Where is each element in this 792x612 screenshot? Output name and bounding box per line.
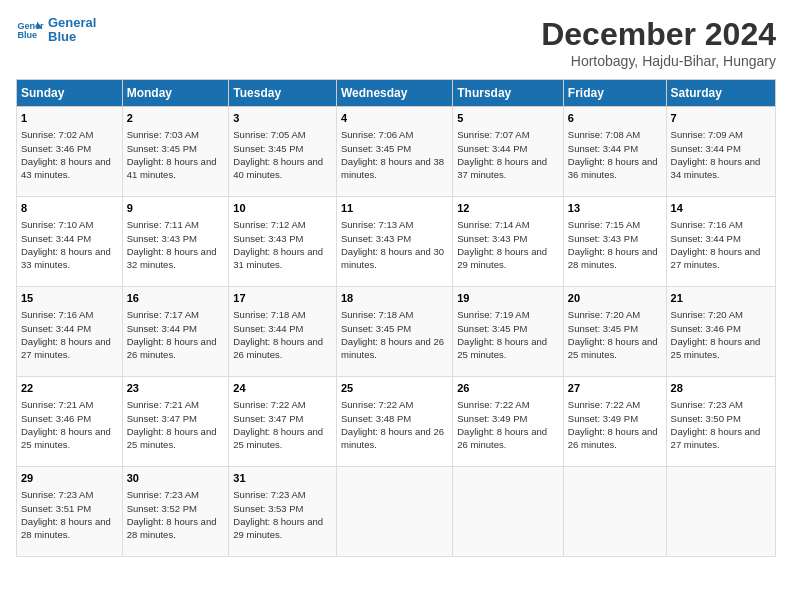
day-number: 25 <box>341 381 448 396</box>
day-info: Sunrise: 7:13 AM Sunset: 3:43 PM Dayligh… <box>341 218 448 271</box>
day-info: Sunrise: 7:21 AM Sunset: 3:47 PM Dayligh… <box>127 398 225 451</box>
day-info: Sunrise: 7:20 AM Sunset: 3:46 PM Dayligh… <box>671 308 771 361</box>
calendar-day-cell: 19 Sunrise: 7:19 AM Sunset: 3:45 PM Dayl… <box>453 287 564 377</box>
calendar-day-cell: 11 Sunrise: 7:13 AM Sunset: 3:43 PM Dayl… <box>337 197 453 287</box>
day-number: 12 <box>457 201 559 216</box>
day-number: 18 <box>341 291 448 306</box>
day-number: 17 <box>233 291 332 306</box>
weekday-header-cell: Friday <box>563 80 666 107</box>
calendar-body: 1 Sunrise: 7:02 AM Sunset: 3:46 PM Dayli… <box>17 107 776 557</box>
weekday-header-cell: Wednesday <box>337 80 453 107</box>
day-number: 31 <box>233 471 332 486</box>
calendar-day-cell: 7 Sunrise: 7:09 AM Sunset: 3:44 PM Dayli… <box>666 107 775 197</box>
day-info: Sunrise: 7:22 AM Sunset: 3:47 PM Dayligh… <box>233 398 332 451</box>
calendar-day-cell <box>337 467 453 557</box>
calendar-week-row: 15 Sunrise: 7:16 AM Sunset: 3:44 PM Dayl… <box>17 287 776 377</box>
day-number: 24 <box>233 381 332 396</box>
day-number: 5 <box>457 111 559 126</box>
calendar-day-cell: 3 Sunrise: 7:05 AM Sunset: 3:45 PM Dayli… <box>229 107 337 197</box>
day-number: 21 <box>671 291 771 306</box>
day-number: 4 <box>341 111 448 126</box>
month-title: December 2024 <box>541 16 776 53</box>
day-info: Sunrise: 7:07 AM Sunset: 3:44 PM Dayligh… <box>457 128 559 181</box>
logo-text-line1: General <box>48 16 96 30</box>
calendar-day-cell: 21 Sunrise: 7:20 AM Sunset: 3:46 PM Dayl… <box>666 287 775 377</box>
calendar-day-cell: 8 Sunrise: 7:10 AM Sunset: 3:44 PM Dayli… <box>17 197 123 287</box>
day-number: 22 <box>21 381 118 396</box>
day-number: 28 <box>671 381 771 396</box>
calendar-day-cell: 13 Sunrise: 7:15 AM Sunset: 3:43 PM Dayl… <box>563 197 666 287</box>
day-number: 29 <box>21 471 118 486</box>
calendar-day-cell: 16 Sunrise: 7:17 AM Sunset: 3:44 PM Dayl… <box>122 287 229 377</box>
weekday-header-cell: Sunday <box>17 80 123 107</box>
day-number: 30 <box>127 471 225 486</box>
day-info: Sunrise: 7:17 AM Sunset: 3:44 PM Dayligh… <box>127 308 225 361</box>
day-number: 10 <box>233 201 332 216</box>
day-number: 26 <box>457 381 559 396</box>
day-info: Sunrise: 7:09 AM Sunset: 3:44 PM Dayligh… <box>671 128 771 181</box>
day-info: Sunrise: 7:23 AM Sunset: 3:52 PM Dayligh… <box>127 488 225 541</box>
day-number: 8 <box>21 201 118 216</box>
day-info: Sunrise: 7:16 AM Sunset: 3:44 PM Dayligh… <box>21 308 118 361</box>
calendar-day-cell: 29 Sunrise: 7:23 AM Sunset: 3:51 PM Dayl… <box>17 467 123 557</box>
calendar-day-cell: 5 Sunrise: 7:07 AM Sunset: 3:44 PM Dayli… <box>453 107 564 197</box>
day-number: 23 <box>127 381 225 396</box>
day-number: 7 <box>671 111 771 126</box>
day-number: 3 <box>233 111 332 126</box>
calendar-week-row: 1 Sunrise: 7:02 AM Sunset: 3:46 PM Dayli… <box>17 107 776 197</box>
day-info: Sunrise: 7:23 AM Sunset: 3:53 PM Dayligh… <box>233 488 332 541</box>
day-info: Sunrise: 7:23 AM Sunset: 3:51 PM Dayligh… <box>21 488 118 541</box>
day-info: Sunrise: 7:06 AM Sunset: 3:45 PM Dayligh… <box>341 128 448 181</box>
location-title: Hortobagy, Hajdu-Bihar, Hungary <box>541 53 776 69</box>
calendar-day-cell: 6 Sunrise: 7:08 AM Sunset: 3:44 PM Dayli… <box>563 107 666 197</box>
calendar-day-cell: 2 Sunrise: 7:03 AM Sunset: 3:45 PM Dayli… <box>122 107 229 197</box>
day-info: Sunrise: 7:22 AM Sunset: 3:48 PM Dayligh… <box>341 398 448 451</box>
calendar-day-cell: 23 Sunrise: 7:21 AM Sunset: 3:47 PM Dayl… <box>122 377 229 467</box>
day-info: Sunrise: 7:10 AM Sunset: 3:44 PM Dayligh… <box>21 218 118 271</box>
calendar-day-cell: 10 Sunrise: 7:12 AM Sunset: 3:43 PM Dayl… <box>229 197 337 287</box>
calendar-day-cell: 28 Sunrise: 7:23 AM Sunset: 3:50 PM Dayl… <box>666 377 775 467</box>
logo: General Blue General Blue <box>16 16 96 45</box>
day-number: 20 <box>568 291 662 306</box>
day-number: 16 <box>127 291 225 306</box>
day-number: 9 <box>127 201 225 216</box>
logo-text-line2: Blue <box>48 30 96 44</box>
day-number: 6 <box>568 111 662 126</box>
calendar-day-cell: 17 Sunrise: 7:18 AM Sunset: 3:44 PM Dayl… <box>229 287 337 377</box>
calendar-day-cell: 30 Sunrise: 7:23 AM Sunset: 3:52 PM Dayl… <box>122 467 229 557</box>
calendar-day-cell: 4 Sunrise: 7:06 AM Sunset: 3:45 PM Dayli… <box>337 107 453 197</box>
weekday-header-cell: Saturday <box>666 80 775 107</box>
day-number: 11 <box>341 201 448 216</box>
calendar-day-cell: 25 Sunrise: 7:22 AM Sunset: 3:48 PM Dayl… <box>337 377 453 467</box>
day-info: Sunrise: 7:03 AM Sunset: 3:45 PM Dayligh… <box>127 128 225 181</box>
day-number: 14 <box>671 201 771 216</box>
day-number: 27 <box>568 381 662 396</box>
calendar-day-cell: 24 Sunrise: 7:22 AM Sunset: 3:47 PM Dayl… <box>229 377 337 467</box>
day-number: 1 <box>21 111 118 126</box>
calendar-week-row: 29 Sunrise: 7:23 AM Sunset: 3:51 PM Dayl… <box>17 467 776 557</box>
weekday-header-cell: Tuesday <box>229 80 337 107</box>
logo-icon: General Blue <box>16 16 44 44</box>
day-info: Sunrise: 7:22 AM Sunset: 3:49 PM Dayligh… <box>457 398 559 451</box>
calendar-day-cell <box>453 467 564 557</box>
day-info: Sunrise: 7:08 AM Sunset: 3:44 PM Dayligh… <box>568 128 662 181</box>
calendar-day-cell <box>563 467 666 557</box>
day-info: Sunrise: 7:23 AM Sunset: 3:50 PM Dayligh… <box>671 398 771 451</box>
calendar-day-cell: 27 Sunrise: 7:22 AM Sunset: 3:49 PM Dayl… <box>563 377 666 467</box>
day-info: Sunrise: 7:05 AM Sunset: 3:45 PM Dayligh… <box>233 128 332 181</box>
day-info: Sunrise: 7:20 AM Sunset: 3:45 PM Dayligh… <box>568 308 662 361</box>
day-info: Sunrise: 7:02 AM Sunset: 3:46 PM Dayligh… <box>21 128 118 181</box>
calendar-day-cell: 14 Sunrise: 7:16 AM Sunset: 3:44 PM Dayl… <box>666 197 775 287</box>
svg-text:Blue: Blue <box>17 31 37 41</box>
day-info: Sunrise: 7:12 AM Sunset: 3:43 PM Dayligh… <box>233 218 332 271</box>
day-info: Sunrise: 7:15 AM Sunset: 3:43 PM Dayligh… <box>568 218 662 271</box>
calendar-week-row: 22 Sunrise: 7:21 AM Sunset: 3:46 PM Dayl… <box>17 377 776 467</box>
calendar-table: SundayMondayTuesdayWednesdayThursdayFrid… <box>16 79 776 557</box>
calendar-day-cell: 22 Sunrise: 7:21 AM Sunset: 3:46 PM Dayl… <box>17 377 123 467</box>
day-info: Sunrise: 7:19 AM Sunset: 3:45 PM Dayligh… <box>457 308 559 361</box>
header: General Blue General Blue December 2024 … <box>16 16 776 69</box>
day-info: Sunrise: 7:16 AM Sunset: 3:44 PM Dayligh… <box>671 218 771 271</box>
calendar-day-cell: 31 Sunrise: 7:23 AM Sunset: 3:53 PM Dayl… <box>229 467 337 557</box>
day-info: Sunrise: 7:11 AM Sunset: 3:43 PM Dayligh… <box>127 218 225 271</box>
calendar-week-row: 8 Sunrise: 7:10 AM Sunset: 3:44 PM Dayli… <box>17 197 776 287</box>
